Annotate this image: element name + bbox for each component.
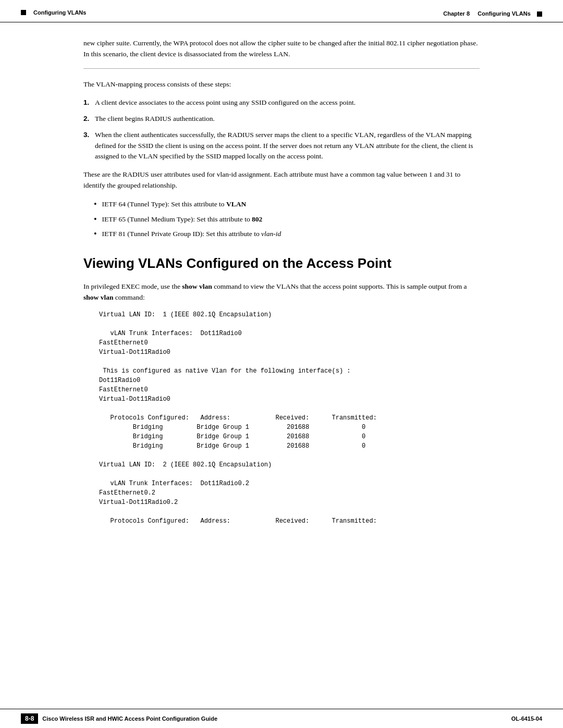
page-number: 8-8: [21, 713, 38, 724]
code-block: Virtual LAN ID: 1 (IEEE 802.1Q Encapsula…: [99, 310, 480, 526]
radius-attrs-paragraph: These are the RADIUS user attributes use…: [83, 169, 480, 191]
step-3-text: When the client authenticates successful…: [95, 130, 480, 163]
step-1-num: 1.: [83, 97, 95, 108]
header-left-label: Configuring VLANs: [33, 9, 86, 16]
step-3-num: 3.: [83, 130, 95, 141]
page-header: Configuring VLANs Chapter 8 Configuring …: [0, 0, 563, 22]
footer-left: 8-8 Cisco Wireless ISR and HWIC Access P…: [21, 713, 217, 724]
header-square-icon: [21, 10, 26, 15]
bullet-1: IETF 64 (Tunnel Type): Set this attribut…: [94, 199, 480, 210]
bullet-3-text: IETF 81 (Tunnel Private Group ID): Set t…: [102, 228, 282, 240]
step-2-text: The client begins RADIUS authentication.: [95, 114, 480, 125]
page-container: Configuring VLANs Chapter 8 Configuring …: [0, 0, 563, 728]
page-footer: 8-8 Cisco Wireless ISR and HWIC Access P…: [0, 709, 563, 728]
main-content: new cipher suite. Currently, the WPA pro…: [0, 22, 563, 575]
step-2: 2. The client begins RADIUS authenticati…: [83, 114, 480, 125]
header-right: Chapter 8 Configuring VLANs: [443, 9, 542, 18]
bullet-list: IETF 64 (Tunnel Type): Set this attribut…: [94, 199, 480, 240]
vlan-mapping-intro: The VLAN-mapping process consists of the…: [83, 79, 480, 90]
numbered-steps: 1. A client device associates to the acc…: [83, 97, 480, 163]
intro-paragraph: new cipher suite. Currently, the WPA pro…: [83, 38, 480, 69]
header-chapter: Chapter 8 Configuring VLANs: [443, 10, 542, 17]
footer-title: Cisco Wireless ISR and HWIC Access Point…: [42, 715, 217, 722]
section-heading: Viewing VLANs Configured on the Access P…: [83, 255, 480, 272]
step-2-num: 2.: [83, 114, 95, 125]
footer-doc-num: OL-6415-04: [511, 715, 542, 722]
header-right-icon: [537, 11, 542, 17]
bullet-3: IETF 81 (Tunnel Private Group ID): Set t…: [94, 228, 480, 240]
bullet-2-text: IETF 65 (Tunnel Medium Type): Set this a…: [102, 214, 263, 225]
section-body-paragraph: In privileged EXEC mode, use the show vl…: [83, 281, 480, 303]
step-1-text: A client device associates to the access…: [95, 97, 480, 108]
bullet-1-text: IETF 64 (Tunnel Type): Set this attribut…: [102, 199, 247, 210]
step-3: 3. When the client authenticates success…: [83, 130, 480, 163]
bullet-2: IETF 65 (Tunnel Medium Type): Set this a…: [94, 214, 480, 225]
header-left: Configuring VLANs: [21, 9, 86, 16]
step-1: 1. A client device associates to the acc…: [83, 97, 480, 108]
